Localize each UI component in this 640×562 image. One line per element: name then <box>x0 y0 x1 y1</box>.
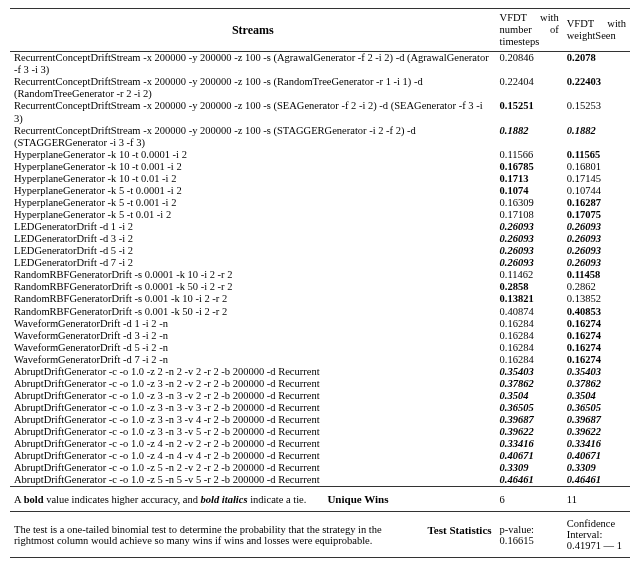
table-row: AbruptDriftGenerator -c -o 1.0 -z 3 -n 3… <box>10 402 630 414</box>
value-weightseen: 0.22403 <box>563 76 630 100</box>
value-weightseen: 0.46461 <box>563 474 630 487</box>
table-row: HyperplaneGenerator -k 5 -t 0.01 -i 20.1… <box>10 209 630 221</box>
stream-cell: RecurrentConceptDriftStream -x 200000 -y… <box>10 100 496 124</box>
table-row: WaveformGeneratorDrift -d 1 -i 2 -n0.162… <box>10 318 630 330</box>
value-weightseen: 0.3504 <box>563 390 630 402</box>
value-weightseen: 0.36505 <box>563 402 630 414</box>
value-timesteps: 0.26093 <box>496 257 563 269</box>
value-weightseen: 0.16274 <box>563 330 630 342</box>
table-row: HyperplaneGenerator -k 10 -t 0.01 -i 20.… <box>10 173 630 185</box>
table-row: WaveformGeneratorDrift -d 3 -i 2 -n0.162… <box>10 330 630 342</box>
stream-cell: HyperplaneGenerator -k 5 -t 0.001 -i 2 <box>10 197 496 209</box>
table-row: AbruptDriftGenerator -c -o 1.0 -z 4 -n 4… <box>10 450 630 462</box>
stream-cell: AbruptDriftGenerator -c -o 1.0 -z 4 -n 4… <box>10 450 496 462</box>
table-row: RandomRBFGeneratorDrift -s 0.0001 -k 10 … <box>10 269 630 281</box>
value-timesteps: 0.13821 <box>496 293 563 305</box>
stream-cell: HyperplaneGenerator -k 10 -t 0.0001 -i 2 <box>10 149 496 161</box>
value-timesteps: 0.17108 <box>496 209 563 221</box>
value-weightseen: 0.26093 <box>563 245 630 257</box>
value-timesteps: 0.20846 <box>496 52 563 77</box>
value-weightseen: 0.40671 <box>563 450 630 462</box>
value-weightseen: 0.17145 <box>563 173 630 185</box>
value-timesteps: 0.11462 <box>496 269 563 281</box>
value-timesteps: 0.11566 <box>496 149 563 161</box>
table-row: RecurrentConceptDriftStream -x 200000 -y… <box>10 76 630 100</box>
stream-cell: RandomRBFGeneratorDrift -s 0.001 -k 50 -… <box>10 306 496 318</box>
value-weightseen: 0.16274 <box>563 354 630 366</box>
table-row: RecurrentConceptDriftStream -x 200000 -y… <box>10 52 630 77</box>
value-weightseen: 0.2862 <box>563 281 630 293</box>
value-weightseen: 0.26093 <box>563 233 630 245</box>
stream-cell: AbruptDriftGenerator -c -o 1.0 -z 5 -n 2… <box>10 462 496 474</box>
value-timesteps: 0.1882 <box>496 125 563 149</box>
table-row: HyperplaneGenerator -k 5 -t 0.0001 -i 20… <box>10 185 630 197</box>
table-row: RandomRBFGeneratorDrift -s 0.0001 -k 50 … <box>10 281 630 293</box>
table-row: LEDGeneratorDrift -d 1 -i 20.260930.2609… <box>10 221 630 233</box>
value-weightseen: 0.39622 <box>563 426 630 438</box>
value-weightseen: 0.16274 <box>563 342 630 354</box>
value-weightseen: 0.15253 <box>563 100 630 124</box>
header-row: Streams VFDT with num­ber of timesteps V… <box>10 9 630 52</box>
value-timesteps: 0.3309 <box>496 462 563 474</box>
value-weightseen: 0.16287 <box>563 197 630 209</box>
value-timesteps: 0.16284 <box>496 318 563 330</box>
stream-cell: AbruptDriftGenerator -c -o 1.0 -z 3 -n 3… <box>10 426 496 438</box>
value-timesteps: 0.22404 <box>496 76 563 100</box>
stream-cell: HyperplaneGenerator -k 10 -t 0.01 -i 2 <box>10 173 496 185</box>
stream-cell: LEDGeneratorDrift -d 3 -i 2 <box>10 233 496 245</box>
value-timesteps: 0.35403 <box>496 366 563 378</box>
value-timesteps: 0.37862 <box>496 378 563 390</box>
table-row: AbruptDriftGenerator -c -o 1.0 -z 3 -n 2… <box>10 378 630 390</box>
stream-cell: RandomRBFGeneratorDrift -s 0.0001 -k 50 … <box>10 281 496 293</box>
value-weightseen: 0.1882 <box>563 125 630 149</box>
table-row: RecurrentConceptDriftStream -x 200000 -y… <box>10 100 630 124</box>
value-timesteps: 0.1713 <box>496 173 563 185</box>
value-timesteps: 0.3504 <box>496 390 563 402</box>
value-timesteps: 0.16309 <box>496 197 563 209</box>
value-timesteps: 0.16284 <box>496 354 563 366</box>
stream-cell: AbruptDriftGenerator -c -o 1.0 -z 3 -n 3… <box>10 390 496 402</box>
value-weightseen: 0.10744 <box>563 185 630 197</box>
stream-cell: HyperplaneGenerator -k 10 -t 0.001 -i 2 <box>10 161 496 173</box>
value-weightseen: 0.35403 <box>563 366 630 378</box>
value-weightseen: 0.3309 <box>563 462 630 474</box>
table-row: AbruptDriftGenerator -c -o 1.0 -z 3 -n 3… <box>10 426 630 438</box>
table-row: AbruptDriftGenerator -c -o 1.0 -z 5 -n 2… <box>10 462 630 474</box>
unique-wins-col2: 11 <box>563 487 630 512</box>
col-streams: Streams <box>10 9 496 52</box>
footer-test-stats: The test is a one-tailed binomial test t… <box>10 512 630 558</box>
value-timesteps: 0.40671 <box>496 450 563 462</box>
col-vfdt-timesteps: VFDT with num­ber of timesteps <box>496 9 563 52</box>
stream-cell: LEDGeneratorDrift -d 1 -i 2 <box>10 221 496 233</box>
stream-cell: AbruptDriftGenerator -c -o 1.0 -z 5 -n 5… <box>10 474 496 487</box>
stream-cell: WaveformGeneratorDrift -d 1 -i 2 -n <box>10 318 496 330</box>
col-vfdt-weightseen: VFDT with weight­Seen <box>563 9 630 52</box>
stream-cell: RecurrentConceptDriftStream -x 200000 -y… <box>10 76 496 100</box>
test-stat-col1: p-value: 0.16615 <box>496 512 563 558</box>
value-timesteps: 0.33416 <box>496 438 563 450</box>
table-row: AbruptDriftGenerator -c -o 1.0 -z 2 -n 2… <box>10 366 630 378</box>
stream-cell: RandomRBFGeneratorDrift -s 0.0001 -k 10 … <box>10 269 496 281</box>
stream-cell: HyperplaneGenerator -k 5 -t 0.01 -i 2 <box>10 209 496 221</box>
value-timesteps: 0.2858 <box>496 281 563 293</box>
table-row: WaveformGeneratorDrift -d 7 -i 2 -n0.162… <box>10 354 630 366</box>
value-timesteps: 0.39687 <box>496 414 563 426</box>
value-weightseen: 0.16274 <box>563 318 630 330</box>
table-row: HyperplaneGenerator -k 10 -t 0.001 -i 20… <box>10 161 630 173</box>
stream-cell: LEDGeneratorDrift -d 5 -i 2 <box>10 245 496 257</box>
value-weightseen: 0.11458 <box>563 269 630 281</box>
value-timesteps: 0.46461 <box>496 474 563 487</box>
stream-cell: WaveformGeneratorDrift -d 3 -i 2 -n <box>10 330 496 342</box>
value-weightseen: 0.17075 <box>563 209 630 221</box>
value-timesteps: 0.26093 <box>496 245 563 257</box>
table-row: LEDGeneratorDrift -d 3 -i 20.260930.2609… <box>10 233 630 245</box>
value-weightseen: 0.40853 <box>563 306 630 318</box>
stream-cell: WaveformGeneratorDrift -d 5 -i 2 -n <box>10 342 496 354</box>
stream-cell: RecurrentConceptDriftStream -x 200000 -y… <box>10 125 496 149</box>
value-timesteps: 0.16785 <box>496 161 563 173</box>
value-timesteps: 0.36505 <box>496 402 563 414</box>
value-timesteps: 0.15251 <box>496 100 563 124</box>
value-weightseen: 0.16801 <box>563 161 630 173</box>
value-weightseen: 0.13852 <box>563 293 630 305</box>
footnote-formatting: A bold value indicates higher accuracy, … <box>10 487 496 512</box>
